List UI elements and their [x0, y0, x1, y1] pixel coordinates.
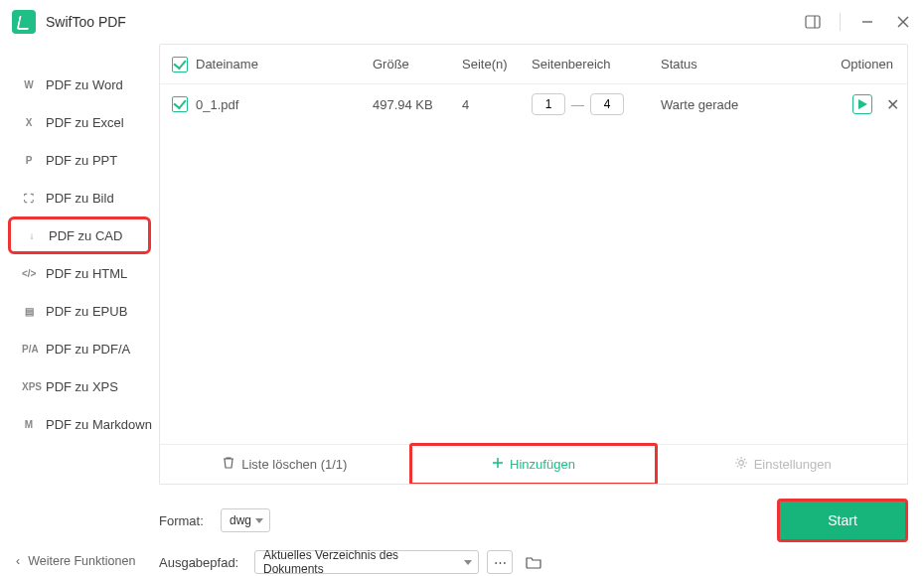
svg-marker-4	[858, 99, 867, 109]
col-size: Größe	[373, 57, 462, 72]
ppt-icon: P	[22, 155, 36, 166]
sidebar: W PDF zu Word X PDF zu Excel P PDF zu PP…	[0, 44, 159, 576]
cell-range: —	[532, 93, 661, 115]
outpath-select[interactable]: Aktuelles Verzeichnis des Dokuments	[254, 550, 479, 574]
sidebar-item-label: PDF zu Word	[46, 77, 123, 92]
row-actions: ✕	[800, 94, 899, 114]
close-button[interactable]	[894, 13, 912, 31]
sidebar-item-word[interactable]: W PDF zu Word	[0, 66, 159, 103]
sidebar-item-xps[interactable]: XPS PDF zu XPS	[0, 367, 159, 405]
sidebar-item-excel[interactable]: X PDF zu Excel	[0, 103, 159, 141]
cad-icon: ↓	[25, 230, 39, 241]
svg-point-7	[738, 461, 743, 466]
sidebar-item-epub[interactable]: ▤ PDF zu EPUB	[0, 292, 159, 330]
cell-pages: 4	[462, 97, 532, 112]
row-checkbox[interactable]	[172, 96, 188, 112]
col-status: Status	[661, 57, 800, 72]
xps-icon: XPS	[22, 381, 36, 392]
table-body: 0_1.pdf 497.94 KB 4 — Warte gerade ✕	[160, 84, 907, 444]
start-label: Start	[828, 512, 857, 528]
sidebar-item-markdown[interactable]: M PDF zu Markdown	[0, 405, 159, 443]
add-file-label: Hinzufügen	[510, 457, 575, 472]
table-row: 0_1.pdf 497.94 KB 4 — Warte gerade ✕	[160, 84, 907, 124]
col-pages: Seite(n)	[462, 57, 532, 72]
sidebar-item-label: PDF zu CAD	[49, 228, 122, 243]
sidebar-item-image[interactable]: ⛶ PDF zu Bild	[0, 179, 159, 216]
clear-list-label: Liste löschen (1/1)	[241, 457, 347, 472]
table-header-row: Dateiname Größe Seite(n) Seitenbereich S…	[160, 45, 907, 84]
titlebar-sep	[840, 13, 841, 31]
pdfa-icon: P/A	[22, 344, 36, 355]
main: W PDF zu Word X PDF zu Excel P PDF zu PP…	[0, 44, 924, 576]
format-select[interactable]: dwg	[221, 508, 270, 532]
excel-icon: X	[22, 117, 36, 128]
word-icon: W	[22, 79, 36, 90]
cell-size: 497.94 KB	[373, 97, 462, 112]
sidebar-item-pdfa[interactable]: P/A PDF zu PDF/A	[0, 330, 159, 367]
format-label: Format:	[159, 513, 213, 528]
sidebar-item-label: PDF zu HTML	[46, 266, 127, 281]
sidebar-more[interactable]: ‹ Weitere Funktionen	[16, 554, 135, 568]
minimize-button[interactable]	[858, 13, 876, 31]
col-filename: Dateiname	[196, 57, 373, 72]
app-icon	[12, 10, 36, 34]
cell-status: Warte gerade	[661, 97, 800, 112]
file-table: Dateiname Größe Seite(n) Seitenbereich S…	[159, 44, 908, 485]
col-range: Seitenbereich	[532, 57, 661, 72]
add-file-button[interactable]: Hinzufügen	[409, 443, 659, 485]
start-button[interactable]: Start	[777, 499, 908, 542]
settings-label: Einstellungen	[754, 457, 832, 472]
clear-list-button[interactable]: Liste löschen (1/1)	[160, 445, 409, 484]
more-options-button[interactable]: ⋯	[487, 550, 513, 574]
sidebar-item-label: PDF zu EPUB	[46, 304, 127, 319]
sidebar-item-label: PDF zu Bild	[46, 191, 114, 206]
chevron-left-icon: ‹	[16, 554, 20, 568]
content: Dateiname Größe Seite(n) Seitenbereich S…	[159, 44, 924, 576]
gear-icon	[734, 456, 748, 473]
select-all-checkbox[interactable]	[172, 57, 188, 72]
sidebar-item-label: PDF zu Markdown	[46, 417, 152, 432]
sidebar-item-label: PDF zu XPS	[46, 379, 118, 394]
col-options: Optionen	[800, 57, 899, 72]
markdown-icon: M	[22, 419, 36, 430]
range-to-input[interactable]	[590, 93, 624, 115]
layout-icon[interactable]	[804, 13, 822, 31]
app-title: SwifToo PDF	[46, 14, 126, 30]
sidebar-item-label: PDF zu PDF/A	[46, 342, 130, 357]
cell-filename: 0_1.pdf	[196, 97, 373, 112]
sidebar-item-ppt[interactable]: P PDF zu PPT	[0, 141, 159, 179]
sidebar-item-html[interactable]: </> PDF zu HTML	[0, 254, 159, 292]
outpath-label: Ausgabepfad:	[159, 555, 246, 570]
html-icon: </>	[22, 268, 36, 279]
plus-icon	[492, 457, 504, 472]
trash-icon	[222, 456, 235, 473]
bottom-panel: Format: dwg Start Ausgabepfad: Aktuelles…	[159, 485, 908, 576]
image-icon: ⛶	[22, 193, 36, 204]
range-from-input[interactable]	[532, 93, 565, 115]
row-play-button[interactable]	[852, 94, 872, 114]
outpath-value: Aktuelles Verzeichnis des Dokuments	[263, 548, 460, 576]
row-remove-button[interactable]: ✕	[886, 95, 899, 114]
settings-button[interactable]: Einstellungen	[658, 445, 907, 484]
sidebar-more-label: Weitere Funktionen	[28, 554, 135, 568]
epub-icon: ▤	[22, 306, 36, 317]
table-actions: Liste löschen (1/1) Hinzufügen Einstellu…	[160, 444, 907, 484]
titlebar: SwifToo PDF	[0, 0, 924, 44]
sidebar-item-label: PDF zu PPT	[46, 153, 117, 168]
format-value: dwg	[230, 513, 251, 527]
sidebar-item-label: PDF zu Excel	[46, 115, 124, 130]
range-sep: —	[571, 97, 584, 112]
svg-rect-0	[806, 16, 820, 28]
open-folder-button[interactable]	[521, 550, 546, 574]
sidebar-item-cad[interactable]: ↓ PDF zu CAD	[8, 216, 151, 254]
